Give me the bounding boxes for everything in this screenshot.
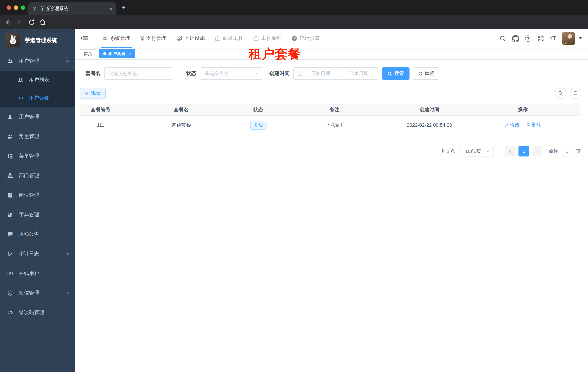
cell-package-name: 普通套餐	[122, 122, 241, 128]
users-icon	[17, 77, 23, 83]
sidebar-item-user-management[interactable]: 用户管理	[0, 107, 75, 127]
sidebar-item-menu-management[interactable]: 菜单管理	[0, 146, 75, 166]
topnav-label: 统计报表	[300, 35, 320, 42]
tag-home[interactable]: 首页	[80, 49, 96, 58]
avatar-caret-down-icon[interactable]	[578, 37, 582, 40]
next-page-button[interactable]	[533, 146, 542, 157]
chevron-down-icon	[486, 149, 490, 153]
monitor-icon	[177, 35, 182, 41]
refresh-icon	[573, 91, 578, 96]
goto-page-input[interactable]	[561, 146, 573, 156]
sidebar-item-role-management[interactable]: 角色管理	[0, 127, 75, 146]
chevron-left-icon	[508, 149, 512, 153]
chevron-down-icon	[65, 291, 70, 295]
pagination: 共 1 条 10条/页 1 前往	[75, 146, 581, 157]
prev-page-button[interactable]	[505, 146, 515, 157]
fontsize-icon[interactable]: TT	[550, 35, 556, 42]
cell-status: 开启	[241, 121, 276, 130]
reset-button-label: 重置	[425, 70, 434, 77]
show-search-toggle-button[interactable]	[555, 88, 566, 99]
packages-table: 套餐编号 套餐名 状态 备注 创建时间 操作 111 普通套餐 开启 小功能	[80, 104, 580, 135]
avatar-caption: 0:30	[563, 43, 567, 44]
table-row[interactable]: 111 普通套餐 开启 小功能 2022-02-22 00:54:00 修改	[80, 116, 580, 135]
sidebar-item-audit-log[interactable]: 审计日志	[0, 244, 75, 264]
edit-link[interactable]: 修改	[504, 122, 520, 128]
topnav-label: 工作流程	[261, 35, 282, 42]
package-name-input-wrap	[104, 67, 173, 80]
chevron-right-icon	[535, 149, 539, 153]
home-button[interactable]	[39, 18, 47, 26]
browser-tabstrip: 芋道管理系统 × +	[0, 0, 588, 15]
sidebar-item-label: 租户列表	[29, 77, 70, 83]
package-name-input[interactable]	[105, 68, 173, 79]
window-minimize-button[interactable]	[14, 5, 18, 10]
github-icon[interactable]	[512, 35, 519, 42]
start-date-placeholder[interactable]: 开始日期	[305, 70, 336, 77]
sidebar-item-label: 部门管理	[19, 172, 70, 179]
end-date-placeholder[interactable]: 结束日期	[343, 70, 374, 77]
users-icon	[7, 134, 13, 139]
topnav-item-dev-tools[interactable]: 研发工具	[210, 29, 248, 48]
back-button[interactable]	[4, 18, 12, 26]
topnav-label: 研发工具	[223, 35, 243, 42]
status-placeholder: 请选择状态	[205, 70, 228, 77]
sidebar-item-sms-management[interactable]: 短信管理	[0, 283, 75, 303]
window-close-button[interactable]	[7, 5, 11, 10]
topnav-label: 基础设施	[184, 35, 205, 42]
user-avatar[interactable]: 0:30	[562, 32, 575, 45]
column-header: 备注	[276, 106, 393, 113]
column-header: 套餐名	[122, 106, 241, 113]
dictionary-icon	[7, 212, 13, 218]
sidebar-item-label: 字典管理	[19, 212, 70, 218]
sidebar-item-tenant-list[interactable]: 租户列表	[0, 71, 75, 89]
reload-button[interactable]	[28, 18, 35, 26]
search-button[interactable]: 搜索	[382, 67, 410, 80]
fontsize-small-glyph: T	[550, 37, 552, 41]
sidebar-item-label: 在线用户	[19, 270, 70, 277]
topnav-item-workflow[interactable]: 工作流程	[248, 29, 287, 48]
add-button[interactable]: + 新增	[80, 88, 106, 98]
reset-button[interactable]: 重置	[413, 67, 439, 80]
column-header: 创建时间	[393, 106, 465, 113]
forward-button[interactable]	[15, 18, 23, 26]
sidebar-item-error-code-management[interactable]: 错误码管理	[0, 303, 75, 322]
window-zoom-button[interactable]	[21, 5, 25, 10]
status-badge: 开启	[250, 121, 266, 130]
sidebar-item-department-management[interactable]: 部门管理	[0, 166, 75, 185]
sidebar-logo[interactable]: 芋道管理系统	[0, 29, 75, 52]
goto-label: 前往	[548, 148, 558, 154]
topnav-item-reports[interactable]: 统计报表	[287, 29, 325, 48]
tab-close-icon[interactable]: ×	[109, 6, 112, 11]
status-select[interactable]: 请选择状态	[200, 67, 263, 80]
sidebar-item-tenant-package[interactable]: 租户套餐	[0, 89, 75, 107]
sidebar-item-tenant-management[interactable]: 租户管理	[0, 52, 75, 71]
sidebar-item-dictionary-management[interactable]: 字典管理	[0, 205, 75, 224]
briefcase-icon	[215, 35, 221, 41]
fullscreen-icon[interactable]	[537, 35, 545, 42]
page-size-select[interactable]: 10条/页	[461, 146, 494, 157]
date-range-picker[interactable]: 开始日期 - 结束日期	[293, 67, 378, 80]
app-header: 系统管理 ¥ 支付管理 基础设施 研发工具 工作流程	[75, 29, 588, 48]
tag-tenant-package[interactable]: 租户套餐 ×	[99, 49, 135, 58]
page-number-button[interactable]: 1	[518, 146, 529, 157]
column-header: 操作	[465, 106, 580, 113]
search-icon	[558, 91, 563, 96]
browser-toolbar: 127.0.0.1:48080/admin-ui/system/tenant/p…	[0, 15, 588, 29]
refresh-table-button[interactable]	[570, 88, 581, 99]
sidebar-item-notice-announcement[interactable]: 通知公告	[0, 224, 75, 244]
topnav-item-payment[interactable]: ¥ 支付管理	[136, 29, 171, 48]
delete-link[interactable]: 删除	[525, 122, 541, 128]
help-icon[interactable]: ?	[525, 35, 532, 42]
browser-tab[interactable]: 芋道管理系统 ×	[28, 2, 116, 15]
topnav-item-system[interactable]: 系统管理	[97, 29, 136, 48]
delete-label: 删除	[531, 122, 541, 128]
sidebar-fold-icon[interactable]	[80, 34, 89, 43]
topnav-item-infrastructure[interactable]: 基础设施	[171, 29, 210, 48]
search-icon[interactable]	[499, 35, 506, 42]
edit-label: 修改	[510, 122, 520, 128]
sidebar-item-post-management[interactable]: 岗位管理	[0, 185, 75, 205]
tag-close-icon[interactable]: ×	[128, 51, 131, 56]
tag-label: 租户套餐	[108, 51, 126, 57]
new-tab-button[interactable]: +	[122, 4, 126, 11]
sidebar-item-online-users[interactable]: 在线用户	[0, 264, 75, 283]
